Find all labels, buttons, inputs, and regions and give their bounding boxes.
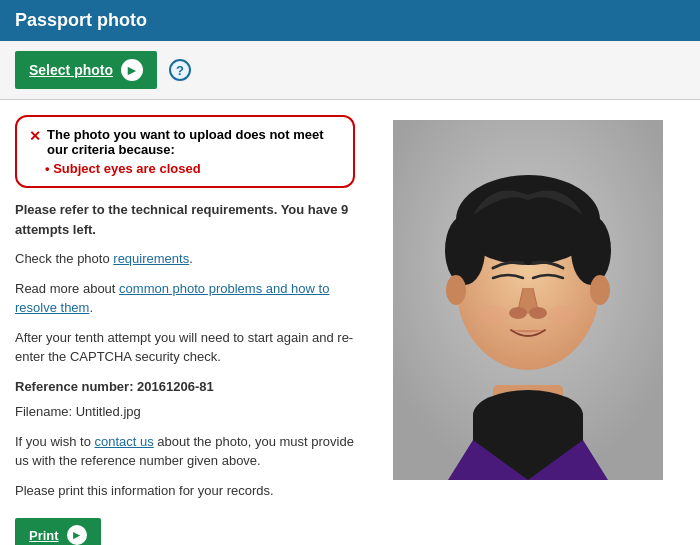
check-photo-section: Check the photo requirements. [15, 249, 355, 269]
check-photo-text: Check the photo requirements. [15, 249, 355, 269]
arrow-right-icon: ► [121, 59, 143, 81]
reference-number: Reference number: 20161206-81 [15, 377, 355, 397]
reference-section: Reference number: 20161206-81 Filename: … [15, 377, 355, 422]
contact-section: If you wish to contact us about the phot… [15, 432, 355, 471]
toolbar: Select photo ► ? [0, 41, 700, 100]
passport-photo [393, 120, 663, 480]
svg-point-13 [529, 307, 547, 319]
svg-point-8 [445, 215, 485, 285]
tenth-attempt-section: After your tenth attempt you will need t… [15, 328, 355, 367]
error-title: The photo you want to upload does not me… [47, 127, 341, 157]
select-photo-button[interactable]: Select photo ► [15, 51, 157, 89]
svg-point-14 [478, 305, 508, 325]
print-button[interactable]: Print ► [15, 518, 101, 545]
svg-point-11 [590, 275, 610, 305]
select-photo-label: Select photo [29, 62, 113, 78]
svg-point-10 [446, 275, 466, 305]
print-arrow-icon: ► [67, 525, 87, 545]
help-icon[interactable]: ? [169, 59, 191, 81]
page-header: Passport photo [0, 0, 700, 41]
print-label: Print [29, 528, 59, 543]
page-title: Passport photo [15, 10, 147, 30]
error-box: ✕ The photo you want to upload does not … [15, 115, 355, 188]
technical-req-section: Please refer to the technical requiremen… [15, 200, 355, 239]
error-x-icon: ✕ [29, 128, 41, 144]
contact-us-link[interactable]: contact us [94, 434, 153, 449]
error-item: Subject eyes are closed [29, 161, 341, 176]
tenth-attempt-text: After your tenth attempt you will need t… [15, 328, 355, 367]
requirements-link[interactable]: requirements [113, 251, 189, 266]
filename-text: Filename: Untitled.jpg [15, 402, 355, 422]
svg-point-9 [571, 215, 611, 285]
main-content: ✕ The photo you want to upload does not … [0, 100, 700, 545]
svg-point-15 [548, 305, 578, 325]
read-more-text: Read more about common photo problems an… [15, 279, 355, 318]
technical-req-text: Please refer to the technical requiremen… [15, 200, 355, 239]
right-panel [370, 115, 685, 545]
contact-text: If you wish to contact us about the phot… [15, 432, 355, 471]
read-more-section: Read more about common photo problems an… [15, 279, 355, 318]
svg-point-12 [509, 307, 527, 319]
print-info-section: Please print this information for your r… [15, 481, 355, 501]
error-header: ✕ The photo you want to upload does not … [29, 127, 341, 157]
portrait-svg [393, 120, 663, 480]
left-panel: ✕ The photo you want to upload does not … [15, 115, 355, 545]
print-info-text: Please print this information for your r… [15, 481, 355, 501]
